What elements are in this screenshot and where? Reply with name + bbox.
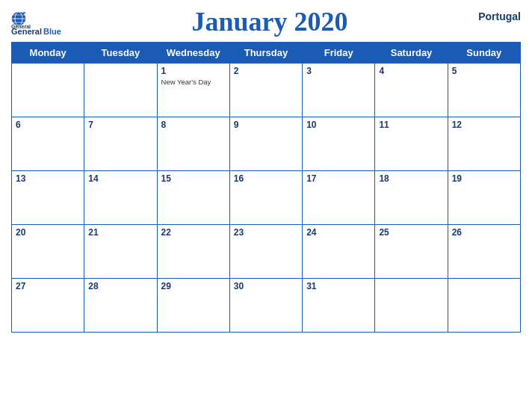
calendar-cell: 5	[448, 63, 520, 117]
calendar-cell: 20	[12, 224, 84, 278]
calendar-cell: 11	[375, 117, 448, 170]
day-number: 6	[16, 120, 80, 130]
calendar-cell: 14	[84, 170, 157, 224]
weekday-header-wednesday: Wednesday	[157, 42, 229, 63]
calendar-cell: 2	[229, 63, 302, 117]
calendar-cell: 9	[229, 117, 302, 170]
calendar-cell: 4	[375, 63, 448, 117]
calendar-cell	[375, 278, 448, 332]
week-row-5: 2728293031	[12, 278, 521, 332]
calendar-cell: 19	[448, 170, 520, 224]
day-number: 20	[16, 227, 80, 238]
weekday-header-tuesday: Tuesday	[84, 42, 157, 63]
day-number: 21	[88, 227, 152, 238]
calendar-cell: 25	[375, 224, 448, 278]
calendar-cell: 27	[12, 278, 84, 332]
calendar-cell: 15	[157, 170, 229, 224]
weekday-header-row: MondayTuesdayWednesdayThursdayFridaySatu…	[12, 42, 521, 63]
calendar-cell: 8	[157, 117, 229, 170]
day-number: 19	[452, 173, 516, 184]
calendar-cell: 13	[12, 170, 84, 224]
calendar-cell: 22	[157, 224, 229, 278]
day-number: 4	[379, 66, 443, 76]
calendar-cell	[84, 63, 157, 117]
title-area: January 2020	[61, 7, 478, 37]
calendar-cell: 1New Year's Day	[157, 63, 229, 117]
weekday-header-saturday: Saturday	[375, 42, 448, 63]
day-number: 1	[161, 66, 226, 76]
day-number: 11	[379, 120, 443, 130]
calendar-cell: 17	[303, 170, 375, 224]
calendar-cell: 24	[303, 224, 375, 278]
calendar-cell	[448, 278, 520, 332]
day-number: 26	[452, 227, 516, 238]
weekday-header-monday: Monday	[12, 42, 84, 63]
day-number: 31	[306, 281, 371, 291]
day-number: 17	[306, 173, 371, 184]
day-number: 23	[234, 227, 298, 238]
calendar-cell: 16	[229, 170, 302, 224]
day-number: 10	[306, 120, 371, 130]
country-label: Portugal	[478, 7, 521, 22]
day-number: 18	[379, 173, 443, 184]
week-row-3: 13141516171819	[12, 170, 521, 224]
calendar-cell: 23	[229, 224, 302, 278]
calendar-cell: 31	[303, 278, 375, 332]
calendar-cell: 7	[84, 117, 157, 170]
day-number: 3	[306, 66, 371, 76]
calendar-cell: 12	[448, 117, 520, 170]
calendar-header: General General Blue January 2020 Portug…	[11, 7, 521, 37]
day-number: 8	[161, 120, 226, 130]
day-number: 22	[161, 227, 226, 238]
calendar-cell: 3	[303, 63, 375, 117]
day-number: 9	[234, 120, 298, 130]
day-number: 13	[16, 173, 80, 184]
day-number: 2	[234, 66, 298, 76]
day-number: 7	[88, 120, 152, 130]
weekday-header-thursday: Thursday	[229, 42, 302, 63]
calendar-cell: 21	[84, 224, 157, 278]
calendar-container: General General Blue January 2020 Portug…	[0, 0, 532, 411]
day-number: 25	[379, 227, 443, 238]
day-number: 28	[88, 281, 152, 291]
logo-blue: Blue	[43, 27, 61, 36]
weekday-header-sunday: Sunday	[448, 42, 520, 63]
day-number: 12	[452, 120, 516, 130]
calendar-title: January 2020	[61, 7, 478, 37]
day-number: 29	[161, 281, 226, 291]
calendar-cell: 28	[84, 278, 157, 332]
calendar-cell	[12, 63, 84, 117]
logo-general: General	[11, 27, 42, 36]
calendar-table: MondayTuesdayWednesdayThursdayFridaySatu…	[11, 42, 521, 333]
week-row-1: 1New Year's Day2345	[12, 63, 521, 117]
calendar-cell: 18	[375, 170, 448, 224]
holiday-label: New Year's Day	[161, 78, 226, 86]
weekday-header-friday: Friday	[303, 42, 375, 63]
calendar-cell: 30	[229, 278, 302, 332]
logo-area: General General Blue	[11, 7, 61, 36]
calendar-cell: 29	[157, 278, 229, 332]
day-number: 30	[234, 281, 298, 291]
week-row-2: 6789101112	[12, 117, 521, 170]
day-number: 24	[306, 227, 371, 238]
day-number: 14	[88, 173, 152, 184]
day-number: 5	[452, 66, 516, 76]
calendar-cell: 10	[303, 117, 375, 170]
day-number: 16	[234, 173, 298, 184]
day-number: 27	[16, 281, 80, 291]
week-row-4: 20212223242526	[12, 224, 521, 278]
calendar-cell: 26	[448, 224, 520, 278]
calendar-cell: 6	[12, 117, 84, 170]
day-number: 15	[161, 173, 226, 184]
